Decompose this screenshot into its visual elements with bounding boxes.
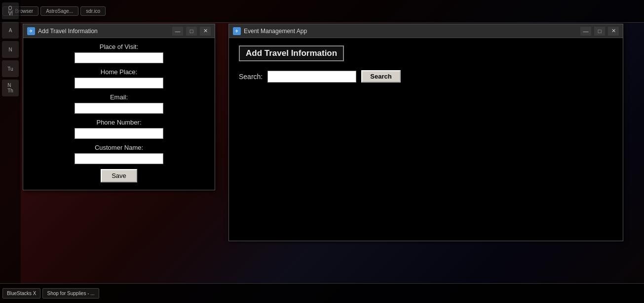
- form-window-controls: — □ ✕: [172, 27, 211, 36]
- search-row: Search: Search: [239, 70, 613, 83]
- phone-number-input[interactable]: [75, 128, 163, 139]
- event-window-icon: ✈: [233, 27, 241, 35]
- sidebar-icon-0[interactable]: OVi: [2, 2, 19, 19]
- form-minimize-button[interactable]: —: [172, 27, 183, 36]
- form-window-title: Add Travel Information: [38, 28, 172, 35]
- home-place-label: Home Place:: [38, 68, 200, 76]
- tab-astrosage[interactable]: AstroSage...: [40, 6, 78, 16]
- sidebar-icon-2[interactable]: N: [2, 41, 19, 58]
- form-close-button[interactable]: ✕: [200, 27, 211, 36]
- form-window-icon: ✈: [27, 27, 35, 35]
- form-window-content: Place of Visit: Home Place: Email: Phone…: [23, 38, 215, 190]
- search-label: Search:: [239, 73, 263, 81]
- event-window-titlebar: ✈ Event Management App — □ ✕: [229, 24, 623, 38]
- event-window-content: Add Travel Information Search: Search: [229, 38, 623, 241]
- home-place-input[interactable]: [75, 78, 163, 88]
- event-close-button[interactable]: ✕: [608, 27, 619, 36]
- event-minimize-button[interactable]: —: [580, 27, 591, 36]
- top-browser-bar: for Browser AstroSage... sdr.ico: [0, 0, 644, 23]
- sidebar-icon-4[interactable]: NTh: [2, 80, 19, 96]
- place-of-visit-group: Place of Visit:: [38, 43, 200, 63]
- customer-name-label: Customer Name:: [38, 144, 200, 151]
- search-button[interactable]: Search: [361, 70, 400, 83]
- form-maximize-button[interactable]: □: [186, 27, 197, 36]
- taskbar: BlueStacks X Shop for Supplies - ...: [0, 283, 644, 303]
- save-button[interactable]: Save: [101, 169, 137, 182]
- sidebar-icon-1[interactable]: A: [2, 22, 19, 39]
- phone-number-group: Phone Number:: [38, 119, 200, 139]
- taskbar-item-bluestacks[interactable]: BlueStacks X: [2, 288, 40, 299]
- event-window: ✈ Event Management App — □ ✕ Add Travel …: [228, 24, 623, 241]
- event-window-title: Event Management App: [244, 28, 580, 35]
- desktop-sidebar: OVi A N Tu NTh: [0, 0, 21, 283]
- email-group: Email:: [38, 93, 200, 114]
- event-maximize-button[interactable]: □: [594, 27, 605, 36]
- page-title: Add Travel Information: [239, 45, 344, 61]
- email-label: Email:: [38, 93, 200, 101]
- customer-name-group: Customer Name:: [38, 144, 200, 164]
- email-input[interactable]: [75, 103, 163, 114]
- customer-name-input[interactable]: [75, 153, 163, 164]
- phone-number-label: Phone Number:: [38, 119, 200, 126]
- place-of-visit-label: Place of Visit:: [38, 43, 200, 50]
- sidebar-icon-3[interactable]: Tu: [2, 60, 19, 77]
- form-window-titlebar: ✈ Add Travel Information — □ ✕: [23, 24, 215, 38]
- tab-sdr[interactable]: sdr.ico: [80, 6, 106, 16]
- taskbar-item-shop[interactable]: Shop for Supplies - ...: [42, 288, 99, 299]
- form-window: ✈ Add Travel Information — □ ✕ Place of …: [23, 24, 215, 190]
- home-place-group: Home Place:: [38, 68, 200, 88]
- search-input[interactable]: [267, 71, 356, 83]
- event-window-controls: — □ ✕: [580, 27, 619, 36]
- place-of-visit-input[interactable]: [75, 52, 163, 63]
